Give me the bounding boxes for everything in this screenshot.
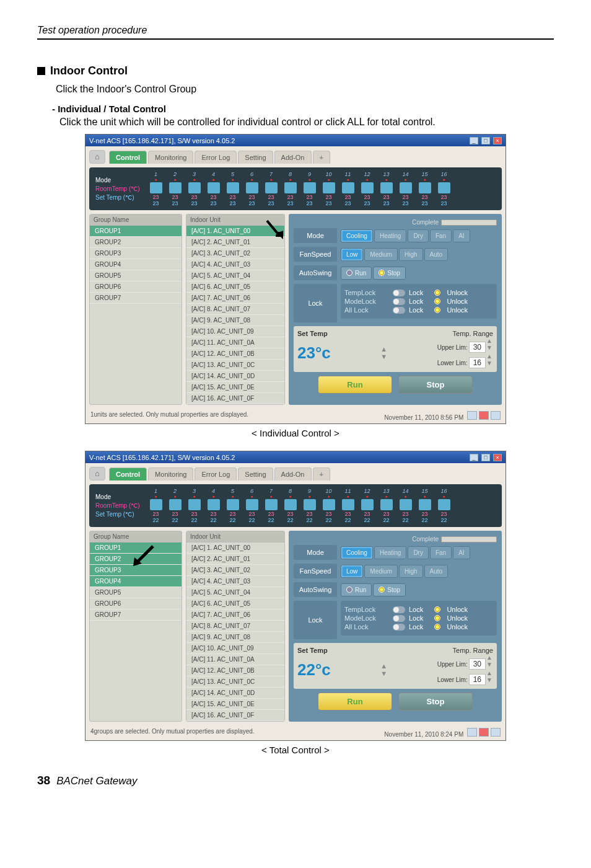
unit-item[interactable]: [A/C] 3. AC_UNIT_02 [186, 248, 284, 259]
tab-errorlog[interactable]: Error Log [195, 467, 237, 480]
unit-item[interactable]: [A/C] 15. AC_UNIT_0E [186, 382, 284, 393]
group-item[interactable]: GROUP4 [90, 259, 182, 270]
unit-item[interactable]: [A/C] 9. AC_UNIT_08 [186, 315, 284, 326]
unit-item[interactable]: [A/C] 12. AC_UNIT_0B [186, 665, 284, 676]
fan-low-button[interactable]: Low [341, 248, 363, 261]
group-item[interactable]: GROUP7 [90, 293, 182, 304]
tab-addon[interactable]: Add-On [274, 467, 312, 480]
minimize-icon[interactable]: _ [470, 454, 478, 461]
fan-low-button[interactable]: Low [341, 565, 363, 578]
unit-summary-cell[interactable]: 9●2322 [301, 488, 318, 523]
unit-item[interactable]: [A/C] 10. AC_UNIT_09 [186, 643, 284, 654]
mode-ai-button[interactable]: AI [453, 546, 470, 559]
lowerlim-value[interactable]: 16 [469, 357, 486, 368]
tab-add[interactable]: + [313, 151, 330, 164]
unit-item[interactable]: [A/C] 5. AC_UNIT_04 [186, 587, 284, 598]
autoswing-run-button[interactable]: Run [341, 583, 372, 596]
tab-addon[interactable]: Add-On [274, 151, 312, 164]
unit-summary-cell[interactable]: 16●2323 [436, 171, 453, 206]
unit-summary-cell[interactable]: 14●2323 [397, 171, 414, 206]
unit-item[interactable]: [A/C] 13. AC_UNIT_0C [186, 676, 284, 688]
maximize-icon[interactable]: □ [481, 454, 490, 461]
group-item[interactable]: GROUP5 [90, 587, 182, 598]
fan-high-button[interactable]: High [399, 565, 423, 578]
unit-summary-cell[interactable]: 2●2323 [167, 171, 184, 206]
sb-icon-1[interactable] [467, 728, 477, 737]
mode-heating-button[interactable]: Heating [374, 546, 406, 559]
tab-monitoring[interactable]: Monitoring [148, 467, 193, 480]
templock-toggle[interactable] [393, 606, 405, 613]
unit-item[interactable]: [A/C] 14. AC_UNIT_0D [186, 371, 284, 382]
unit-summary-cell[interactable]: 16●2322 [436, 488, 453, 523]
templock-toggle[interactable] [393, 290, 405, 296]
group-item[interactable]: GROUP7 [90, 609, 182, 621]
unit-summary-cell[interactable]: 15●2322 [416, 488, 434, 523]
unit-item[interactable]: [A/C] 2. AC_UNIT_01 [186, 554, 284, 565]
unit-summary-cell[interactable]: 6●2323 [243, 171, 261, 206]
fan-high-button[interactable]: High [399, 248, 423, 261]
alllock-unlock-radio[interactable] [434, 624, 440, 630]
unit-summary-cell[interactable]: 1●2323 [147, 171, 165, 206]
unit-item[interactable]: [A/C] 11. AC_UNIT_0A [186, 654, 284, 665]
stop-button[interactable]: Stop [398, 376, 473, 394]
sb-icon-3[interactable] [491, 728, 501, 737]
unit-summary-cell[interactable]: 14●2322 [397, 488, 414, 523]
lowerlim-value[interactable]: 16 [469, 674, 486, 685]
unit-summary-cell[interactable]: 13●2322 [378, 488, 395, 523]
fan-auto-button[interactable]: Auto [424, 565, 449, 578]
run-button[interactable]: Run [318, 376, 392, 394]
group-item[interactable]: GROUP6 [90, 598, 182, 609]
unit-summary-cell[interactable]: 4●2323 [205, 171, 222, 206]
unit-summary-cell[interactable]: 12●2322 [359, 488, 376, 523]
fan-medium-button[interactable]: Medium [364, 565, 398, 578]
mode-dry-button[interactable]: Dry [408, 229, 429, 242]
unit-item[interactable]: [A/C] 12. AC_UNIT_0B [186, 348, 284, 360]
unit-item[interactable]: [A/C] 16. AC_UNIT_0F [186, 393, 284, 404]
tab-errorlog[interactable]: Error Log [195, 151, 237, 164]
tab-setting[interactable]: Setting [238, 151, 273, 164]
mode-fan-button[interactable]: Fan [430, 229, 452, 242]
unit-item[interactable]: [A/C] 6. AC_UNIT_05 [186, 598, 284, 609]
sb-icon-1[interactable] [467, 411, 477, 420]
unit-summary-cell[interactable]: 4●2322 [205, 488, 222, 523]
unit-summary-cell[interactable]: 1●2322 [147, 488, 165, 523]
unit-item[interactable]: [A/C] 4. AC_UNIT_03 [186, 259, 284, 270]
modelock-toggle[interactable] [393, 298, 405, 305]
stop-button[interactable]: Stop [398, 693, 473, 711]
upperlim-value[interactable]: 30 [469, 342, 486, 353]
lower-stepper[interactable]: ▲▼ [486, 353, 493, 366]
mode-cooling-button[interactable]: Cooling [341, 546, 373, 559]
run-button[interactable]: Run [318, 693, 392, 711]
unit-summary-cell[interactable]: 9●2323 [301, 171, 318, 206]
tab-monitoring[interactable]: Monitoring [148, 151, 193, 164]
unit-summary-cell[interactable]: 2●2322 [167, 488, 184, 523]
group-item[interactable]: GROUP3 [90, 248, 182, 259]
unit-summary-cell[interactable]: 8●2323 [282, 171, 299, 206]
autoswing-stop-button[interactable]: Stop [373, 267, 406, 280]
mode-dry-button[interactable]: Dry [408, 546, 429, 559]
unit-item[interactable]: [A/C] 8. AC_UNIT_07 [186, 304, 284, 315]
unit-summary-cell[interactable]: 11●2322 [339, 488, 357, 523]
home-tab[interactable]: ⌂ [89, 467, 105, 480]
unit-summary-cell[interactable]: 10●2322 [320, 488, 338, 523]
unit-item[interactable]: [A/C] 15. AC_UNIT_0E [186, 699, 284, 710]
tab-control[interactable]: Control [109, 151, 147, 164]
unit-item[interactable]: [A/C] 13. AC_UNIT_0C [186, 360, 284, 371]
group-item[interactable]: GROUP1 [90, 226, 182, 237]
unit-item[interactable]: [A/C] 7. AC_UNIT_06 [186, 609, 284, 621]
unit-summary-cell[interactable]: 10●2323 [320, 171, 338, 206]
tab-control[interactable]: Control [109, 467, 147, 480]
temp-stepper[interactable]: ▲▼ [380, 662, 388, 677]
unit-item[interactable]: [A/C] 5. AC_UNIT_04 [186, 270, 284, 281]
unit-item[interactable]: [A/C] 6. AC_UNIT_05 [186, 281, 284, 293]
unit-summary-cell[interactable]: 11●2323 [339, 171, 357, 206]
unit-item[interactable]: [A/C] 16. AC_UNIT_0F [186, 710, 284, 721]
upperlim-value[interactable]: 30 [469, 658, 486, 670]
group-item[interactable]: GROUP2 [90, 237, 182, 248]
tab-add[interactable]: + [313, 467, 330, 480]
unit-summary-cell[interactable]: 5●2322 [224, 488, 242, 523]
unit-summary-cell[interactable]: 6●2322 [243, 488, 261, 523]
mode-fan-button[interactable]: Fan [430, 546, 452, 559]
unit-summary-cell[interactable]: 5●2323 [224, 171, 242, 206]
home-tab[interactable]: ⌂ [89, 150, 105, 164]
